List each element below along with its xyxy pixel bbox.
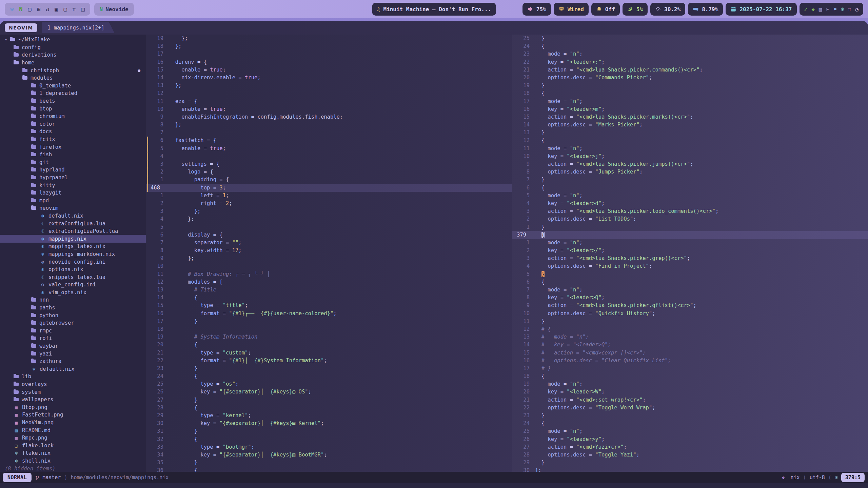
tree-item-neovide_config.ini[interactable]: ⚙neovide_config.ini (0, 258, 146, 266)
workspace-icon-7[interactable]: ▢ (64, 6, 67, 13)
code-line[interactable]: 29 type = "kernel"; (146, 412, 512, 420)
code-line[interactable]: 9 action = "<cmd>lua Snacks.picker.jumps… (512, 160, 868, 168)
tree-item-mpd[interactable]: mpd (0, 197, 146, 204)
code-line[interactable]: 5 mode = "n"; (512, 192, 868, 200)
code-line[interactable]: 5 enable = true; (146, 145, 512, 152)
code-line[interactable]: 10 options.desc = "Quickfix History"; (512, 310, 868, 318)
tree-item-paths[interactable]: paths (0, 304, 146, 312)
code-line[interactable]: 8 }; (146, 121, 512, 129)
tree-item-fcitx[interactable]: fcitx (0, 136, 146, 143)
code-line[interactable]: 19 }; (146, 35, 512, 42)
code-line[interactable]: 6 display = { (146, 231, 512, 239)
workspace-switcher[interactable]: ❄N▢⊞↺▣▢⌗◫ (5, 3, 90, 16)
code-line[interactable]: 23 mode = "n"; (512, 50, 868, 58)
code-line[interactable]: 17 mode = "n"; (512, 98, 868, 105)
tree-item-extraConfigLua.lua[interactable]: ☾extraConfigLua.lua (0, 220, 146, 227)
tree-item-modules[interactable]: modules (0, 74, 146, 82)
editor-pane-left[interactable]: 19 };18 };1716 direnv = {15 enable = tru… (146, 35, 512, 472)
code-line[interactable]: 2 right = 2; (146, 200, 512, 207)
code-line[interactable]: 34 key = "{#separator}│ {#keys}▤ BootMGR… (146, 451, 512, 459)
tree-item-rofi[interactable]: rofi (0, 334, 146, 342)
code-line[interactable]: 14 # key = "<leader>Q"; (512, 341, 868, 349)
code-line[interactable]: 23 } (146, 365, 512, 372)
workspace-icon-1[interactable]: ❄ (10, 6, 14, 13)
code-line[interactable]: 11 mode = "n"; (512, 145, 868, 152)
code-line[interactable]: 27 action = "<cmd>Yazi<cr>"; (512, 443, 868, 451)
file-tree[interactable]: ▾~/NixFlakeconfigderivationshomechristop… (0, 35, 146, 472)
tree-item-hyprland[interactable]: hyprland (0, 166, 146, 174)
code-line[interactable]: 33 type = "bootmgr"; (146, 443, 512, 451)
code-line[interactable]: 15 action = "<cmd>lua Snacks.picker.mark… (512, 113, 868, 121)
tree-item-wallpapers[interactable]: wallpapers (0, 396, 146, 404)
workspace-icon-6[interactable]: ▣ (55, 6, 58, 13)
tree-item-FastFetch.png[interactable]: ▦FastFetch.png (0, 411, 146, 419)
tree-item-Btop.png[interactable]: ▦Btop.png (0, 404, 146, 411)
code-line[interactable]: 12 modules = [ (146, 278, 512, 286)
memory-chip[interactable]: 8.79% (688, 3, 723, 16)
code-line[interactable]: 4 key = "<leader>d"; (512, 200, 868, 207)
code-line[interactable]: 18 }; (146, 42, 512, 50)
code-line[interactable]: 8 key.width = 17; (146, 247, 512, 255)
code-line[interactable]: 25 } (512, 35, 868, 42)
code-line[interactable]: 2 key = "<leader>/"; (512, 247, 868, 255)
tree-item-system[interactable]: system (0, 388, 146, 396)
workspace-icon-5[interactable]: ↺ (46, 6, 49, 13)
tree-item-options.nix[interactable]: ❄options.nix (0, 266, 146, 273)
tree-item-derivations[interactable]: derivations (0, 51, 146, 59)
code-line[interactable]: 20 options.desc = "Commands Picker"; (512, 74, 868, 82)
tree-item-mappings_latex.nix[interactable]: ❄mappings_latex.nix (0, 243, 146, 250)
code-line[interactable]: 21 action = "<cmd>:set wrap!<cr>"; (512, 396, 868, 404)
code-line[interactable]: 8 key = "<leader>Q"; (512, 294, 868, 302)
power-chip[interactable]: 5% (623, 3, 648, 16)
code-line[interactable]: 12 # { (512, 325, 868, 333)
network-chip[interactable]: Wired (554, 3, 589, 16)
tree-item-config[interactable]: config (0, 44, 146, 52)
tree-item-mappings.nix[interactable]: ❄mappings.nix (0, 235, 146, 243)
tree-item-flake.nix[interactable]: ❄flake.nix (0, 449, 146, 457)
code-line[interactable]: 5 (146, 223, 512, 231)
code-line[interactable]: 1 } (512, 223, 868, 231)
tree-item-flake.lock[interactable]: ▢flake.lock (0, 442, 146, 449)
code-line[interactable]: 4 options.desc = "Find in Project"; (512, 262, 868, 270)
tree-item-btop[interactable]: btop (0, 105, 146, 113)
code-line[interactable]: 10 key = "<leader>j"; (512, 152, 868, 160)
code-line[interactable]: 13 # Title (146, 286, 512, 294)
code-line[interactable]: 12 (146, 89, 512, 97)
app-indicator[interactable]: N Neovide (94, 3, 134, 16)
code-line[interactable]: 27 } (146, 396, 512, 404)
tab-mappings-nix[interactable]: 1 mappings.nix[2+] (42, 22, 115, 33)
code-line[interactable]: 15 # action = "<cmd>cexpr []<cr>"; (512, 349, 868, 357)
tree-item-home[interactable]: home (0, 59, 146, 67)
tray-icon-6[interactable]: ❄ (841, 6, 844, 13)
tray-icon-2[interactable]: ❖ (811, 6, 815, 13)
tree-item-hyprpanel[interactable]: hyprpanel (0, 174, 146, 182)
code-line[interactable]: 13 # mode = "n"; (512, 333, 868, 341)
system-tray[interactable]: ✓❖▤✂⚑❄⌗◔ (800, 3, 864, 16)
tree-item-docs[interactable]: docs (0, 128, 146, 136)
code-line[interactable]: 20 { (146, 341, 512, 349)
code-line[interactable]: 16 # options.desc = "Clear Quickfix List… (512, 357, 868, 365)
code-line[interactable]: 7 separator = ""; (146, 239, 512, 247)
code-line[interactable]: 468 top = 3; (146, 184, 512, 192)
code-line[interactable]: 25 mode = "n"; (512, 427, 868, 435)
workspace-icon-3[interactable]: ▢ (28, 6, 32, 13)
code-line[interactable]: 22 format = "{#1}│ {#}System Information… (146, 357, 512, 365)
tray-icon-1[interactable]: ✓ (804, 6, 808, 13)
code-line[interactable]: 15 enable = true; (146, 66, 512, 74)
tree-item-neovim[interactable]: neovim (0, 204, 146, 212)
code-line[interactable]: 9 }; (146, 255, 512, 262)
tree-item-1_deprecated[interactable]: 1_deprecated (0, 89, 146, 97)
tray-icon-5[interactable]: ⚑ (833, 6, 837, 13)
tree-item-snippets_latex.lua[interactable]: ☾snippets_latex.lua (0, 273, 146, 281)
tree-item-shell.nix[interactable]: ❄shell.nix (0, 457, 146, 465)
tray-icon-3[interactable]: ▤ (819, 6, 822, 13)
tree-item-rmpc[interactable]: rmpc (0, 327, 146, 335)
command-line[interactable] (0, 483, 868, 488)
code-line[interactable]: 1 mode = "n"; (512, 239, 868, 247)
code-line[interactable]: 10 enable = true; (146, 105, 512, 113)
code-line[interactable]: 7 } (512, 176, 868, 184)
code-line[interactable]: 24 { (512, 42, 868, 50)
code-line[interactable]: 25 type = "os"; (146, 380, 512, 388)
code-line[interactable]: 19 # System Information (146, 333, 512, 341)
code-line[interactable]: 16 key = "<leader>m"; (512, 105, 868, 113)
